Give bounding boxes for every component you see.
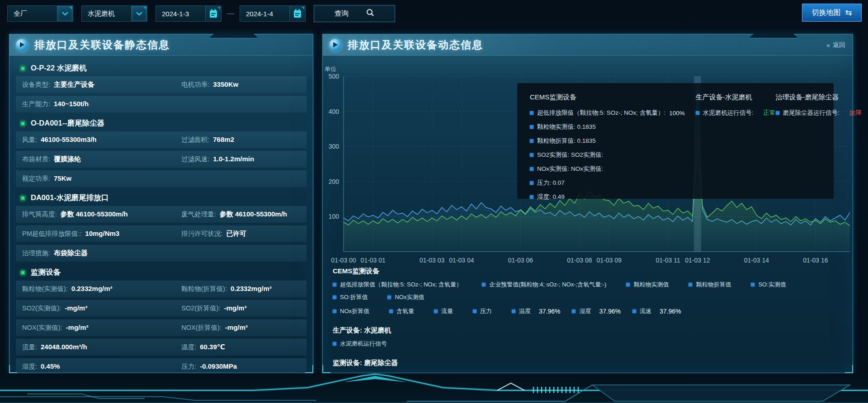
tooltip-row: 压力: 0.07 (530, 179, 696, 187)
field-value: 已许可 (226, 230, 246, 238)
corner-bracket (305, 365, 313, 373)
series-marker-icon (434, 309, 438, 313)
device-select[interactable]: 水泥磨机 (81, 5, 147, 22)
double-left-arrow-icon: « (826, 42, 830, 49)
legend-item[interactable]: 颗粒物折算值 (689, 281, 739, 289)
field-value: 140~150t/h (54, 100, 89, 108)
legend-item[interactable]: 超低排放限值（颗拉物:5: SOz-; NOx; 含氧量） (333, 281, 470, 289)
field-label: 额定功率: (22, 174, 50, 183)
series-marker-icon (333, 283, 336, 286)
tooltip-label: SO2实测值: SO2实测值: (537, 151, 603, 159)
field-value: 10mg/Nm3 (85, 230, 119, 237)
series-marker-icon (482, 283, 486, 286)
back-link[interactable]: « 返回 (826, 41, 845, 49)
series-marker-icon (333, 342, 336, 346)
legend-item[interactable]: 流速37.96% (632, 307, 681, 315)
info-field: 治理措施:布袋除尘器 (22, 249, 181, 258)
legend-value: 37.96% (599, 308, 620, 315)
legend-item[interactable]: 企业预警值(颗粒物:4; sOz-; NOx-;含氧气量:-) (482, 281, 614, 289)
section-header: DA001-水泥磨尾排放口 (16, 190, 307, 206)
start-date-input[interactable]: 2024-1-3 (156, 5, 222, 22)
legend-item[interactable]: 含氧量 (389, 307, 422, 315)
section-title: 监测设备 (31, 267, 61, 277)
legend-label: SO:折算值 (340, 293, 368, 301)
legend-row: NOx折算值含氧量流量压力温度37.96%湿度37.96%流速37.96% (333, 307, 844, 315)
plant-select[interactable]: 全厂 (7, 5, 73, 22)
legend-item[interactable]: NOx折算值 (333, 307, 377, 315)
play-icon (16, 39, 28, 51)
series-marker-icon (387, 295, 391, 299)
start-date-value: 2024-1-3 (162, 10, 189, 18)
svg-text:01-03 11: 01-03 11 (656, 257, 680, 264)
field-label: 过滤面积: (181, 136, 209, 144)
tooltip-label: 颗粒物实测值: 0.1835 (537, 123, 596, 131)
field-value: 主要生产设备 (54, 80, 94, 89)
legend-label: 流量 (441, 307, 453, 315)
legend-production-title: 生产设备: 水泥磨机 (333, 326, 844, 335)
field-value: 0.45% (41, 362, 60, 370)
dynamic-info-header: 排放口及关联设备动态信息 « 返回 (323, 34, 853, 56)
svg-text:01-03 16: 01-03 16 (803, 257, 828, 264)
corner-bracket (9, 365, 17, 373)
field-label: SO2(折算值): (181, 304, 220, 313)
info-row: PM超低排排放限值::10mg/Nm3排污许可状况:已许可 (16, 225, 307, 242)
legend-item[interactable]: 流量 (434, 307, 461, 315)
corner-bracket (845, 365, 853, 373)
field-label: 温度: (181, 343, 196, 351)
info-field: 额定功率:75Kw (22, 174, 181, 183)
legend-label: 温度 (519, 307, 531, 315)
legend-row: 水泥磨机运行信号 (333, 340, 844, 348)
field-label: 废气处理量: (181, 210, 216, 219)
info-field: 生产能力:140~150t/h (22, 100, 181, 108)
info-field: 温度:60.39℃ (181, 343, 307, 351)
svg-text:01-03 14: 01-03 14 (744, 257, 769, 264)
field-value: 75Kw (54, 174, 71, 182)
static-info-body: O-P-22 水泥磨机设备类型:主要生产设备电机功率:3350Kw生产能力:14… (9, 56, 313, 394)
info-row: SO2(实测值):-mg/m³SO2(折算值):-mg/m³ (16, 300, 307, 317)
query-button[interactable]: 查询 (314, 5, 395, 22)
field-label: PM超低排排放限值:: (22, 230, 81, 238)
field-value: 0.2332mg/m³ (231, 285, 272, 292)
svg-text:01-03 01: 01-03 01 (361, 257, 386, 264)
section-title: O-DA001--磨尾除尘器 (31, 118, 104, 128)
field-label: NOX(折算值): (181, 323, 222, 332)
info-row: 湿度:0.45%压力:-0.0930MPa (16, 358, 307, 375)
svg-text:01-03 06: 01-03 06 (508, 257, 533, 264)
series-marker-icon (689, 283, 692, 286)
field-value: 0.2332mg/m³ (71, 285, 113, 292)
device-select-value: 水泥磨机 (88, 9, 115, 18)
field-label: SO2(实测值): (22, 304, 61, 313)
info-field: 废气处理量:参数 46100-55300m/h (181, 210, 307, 219)
corner-bracket (322, 365, 330, 373)
chart-tooltip: CEMS监测设备 超低排放限值（颗拉物:5: SOz-; NOx; 含氧量）:1… (517, 83, 834, 199)
legend-item[interactable]: SO:折算值 (333, 293, 376, 301)
svg-text:单位: 单位 (325, 66, 336, 72)
legend-item[interactable]: 水泥磨机运行信号 (333, 340, 395, 348)
legend-label: NOx实测值 (395, 293, 424, 301)
tooltip-production-title: 生产设备-水泥磨机 (696, 93, 776, 102)
legend-item[interactable]: 湿度37.96% (572, 307, 620, 315)
tooltip-label: NOx实测值: NOx实测值: (537, 165, 603, 173)
info-row: 布袋材质:覆膜涤纶过滤风速:1.0-1.2m/min (16, 151, 307, 168)
legend-item[interactable]: NOx实测值 (387, 293, 432, 301)
series-marker-icon (473, 309, 476, 313)
legend-monitor-title: 监测设备: 磨尾除尘器 (333, 359, 844, 367)
tooltip-row: NOx实测值: NOx实测值: (530, 165, 696, 173)
series-marker-icon (530, 153, 533, 157)
legend-item[interactable]: 压力 (473, 307, 500, 315)
legend-item[interactable]: 温度37.96% (512, 307, 560, 315)
info-field: 过滤面积:768m2 (181, 136, 307, 144)
field-value: 3350Kw (213, 80, 238, 88)
field-label: 排气筒高度: (22, 210, 57, 219)
end-date-input[interactable]: 2024-1-4 (240, 5, 306, 22)
tooltip-row: 超低排放限值（颗拉物:5: SOz-; NOx; 含氧量）:100% (530, 109, 696, 117)
info-row: 生产能力:140~150t/h (16, 96, 307, 112)
field-label: 颗粒物(实测值): (22, 285, 68, 293)
legend-item[interactable]: 颗粒物实测值 (626, 281, 677, 289)
legend-item[interactable]: SO:实测值 (751, 281, 794, 289)
field-value: 布袋除尘器 (54, 249, 88, 258)
switch-map-button[interactable]: 切换地图 ⇆ (802, 4, 862, 22)
field-value: 768m2 (213, 136, 234, 143)
series-marker-icon (333, 295, 336, 299)
series-marker-icon (632, 309, 636, 313)
